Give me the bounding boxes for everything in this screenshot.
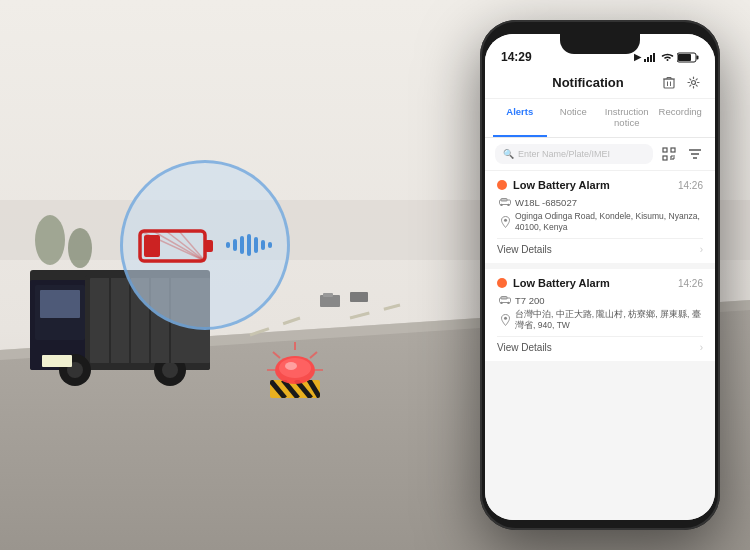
svg-line-52 bbox=[310, 352, 317, 358]
delete-icon[interactable] bbox=[661, 74, 677, 90]
view-details-link[interactable]: View Details bbox=[497, 244, 552, 255]
vehicle-id: T7 200 bbox=[515, 295, 545, 306]
alert-time: 14:26 bbox=[678, 180, 703, 191]
alert-title-row: Low Battery Alarm bbox=[497, 277, 610, 289]
phone-screen: 14:29 ▶ bbox=[485, 34, 715, 520]
notification-header: Notification bbox=[485, 70, 715, 99]
settings-icon[interactable] bbox=[685, 74, 701, 90]
alert-item-header: Low Battery Alarm 14:26 bbox=[497, 277, 703, 289]
search-input-area[interactable]: 🔍 Enter Name/Plate/IMEI bbox=[495, 144, 653, 164]
svg-rect-58 bbox=[650, 55, 652, 62]
svg-line-53 bbox=[273, 352, 280, 358]
alert-item: Low Battery Alarm 14:26 T7 200 bbox=[485, 269, 715, 361]
status-time: 14:29 bbox=[501, 50, 532, 64]
signal-icon bbox=[644, 52, 658, 62]
svg-point-18 bbox=[162, 362, 178, 378]
location-row: 台灣中泊, 中正大路, 隴山村, 枋寮鄉, 屏東縣, 臺灣省, 940, TW bbox=[497, 309, 703, 331]
svg-rect-9 bbox=[350, 292, 368, 302]
battery-status-icon bbox=[677, 52, 699, 63]
filter-icon[interactable] bbox=[685, 144, 705, 164]
sound-waves bbox=[226, 234, 272, 256]
svg-line-38 bbox=[153, 231, 205, 261]
svg-point-90 bbox=[504, 317, 507, 320]
svg-rect-57 bbox=[647, 57, 649, 62]
vehicle-icon bbox=[499, 294, 511, 306]
alert-title: Low Battery Alarm bbox=[513, 179, 610, 191]
alert-footer: View Details › bbox=[497, 238, 703, 255]
svg-point-50 bbox=[285, 362, 297, 370]
tab-bar: Alerts Notice Instruction notice Recordi… bbox=[485, 99, 715, 138]
vehicle-row: W18L -685027 bbox=[497, 196, 703, 208]
battery-alarm-visual bbox=[138, 223, 272, 268]
emergency-light bbox=[255, 340, 335, 404]
chevron-right-icon: › bbox=[700, 342, 703, 353]
svg-rect-8 bbox=[323, 293, 333, 297]
svg-point-33 bbox=[68, 228, 92, 268]
tab-alerts[interactable]: Alerts bbox=[493, 99, 547, 137]
tab-recording[interactable]: Recording bbox=[654, 99, 708, 137]
alert-footer: View Details › bbox=[497, 336, 703, 353]
wifi-icon bbox=[661, 52, 674, 62]
phone-notch bbox=[560, 34, 640, 54]
vehicle-icon bbox=[499, 196, 511, 208]
svg-rect-35 bbox=[205, 240, 213, 252]
alert-item: Low Battery Alarm 14:26 W18L -685027 bbox=[485, 171, 715, 263]
svg-rect-73 bbox=[663, 156, 667, 160]
location-text: Oginga Odinga Road, Kondele, Kisumu, Nya… bbox=[515, 211, 703, 233]
phone-frame: 14:29 ▶ bbox=[480, 20, 720, 530]
alerts-list: Low Battery Alarm 14:26 W18L -685027 bbox=[485, 171, 715, 520]
svg-point-85 bbox=[504, 219, 507, 222]
search-icon: 🔍 bbox=[503, 149, 514, 159]
alert-circle bbox=[120, 160, 290, 330]
scan-icon[interactable] bbox=[659, 144, 679, 164]
svg-line-40 bbox=[179, 231, 205, 261]
chevron-right-icon: › bbox=[700, 244, 703, 255]
location-text: 台灣中泊, 中正大路, 隴山村, 枋寮鄉, 屏東縣, 臺灣省, 940, TW bbox=[515, 309, 703, 331]
svg-rect-24 bbox=[42, 355, 72, 367]
alert-dot bbox=[497, 278, 507, 288]
svg-rect-72 bbox=[671, 148, 675, 152]
alert-item-header: Low Battery Alarm 14:26 bbox=[497, 179, 703, 191]
alert-title: Low Battery Alarm bbox=[513, 277, 610, 289]
alert-time: 14:26 bbox=[678, 278, 703, 289]
location-icon bbox=[499, 314, 511, 326]
alert-dot bbox=[497, 180, 507, 190]
svg-point-70 bbox=[691, 80, 695, 84]
search-placeholder: Enter Name/Plate/IMEI bbox=[518, 149, 610, 159]
battery-icon bbox=[138, 223, 218, 268]
status-icons: ▶ bbox=[634, 52, 699, 63]
svg-rect-62 bbox=[678, 54, 691, 61]
notification-title: Notification bbox=[515, 75, 661, 90]
tab-notice[interactable]: Notice bbox=[547, 99, 601, 137]
svg-rect-59 bbox=[653, 53, 655, 62]
view-details-link[interactable]: View Details bbox=[497, 342, 552, 353]
svg-rect-14 bbox=[40, 290, 80, 318]
svg-rect-63 bbox=[664, 79, 674, 88]
location-icon bbox=[499, 216, 511, 228]
vehicle-id: W18L -685027 bbox=[515, 197, 577, 208]
placeholder-left bbox=[499, 74, 515, 90]
location-row: Oginga Odinga Road, Kondele, Kisumu, Nya… bbox=[497, 211, 703, 233]
vehicle-row: T7 200 bbox=[497, 294, 703, 306]
svg-rect-56 bbox=[644, 59, 646, 62]
svg-rect-61 bbox=[697, 55, 699, 59]
header-action-icons bbox=[661, 74, 701, 90]
location-icon: ▶ bbox=[634, 52, 641, 62]
alert-title-row: Low Battery Alarm bbox=[497, 179, 610, 191]
search-bar: 🔍 Enter Name/Plate/IMEI bbox=[485, 138, 715, 171]
tab-instruction-notice[interactable]: Instruction notice bbox=[600, 99, 654, 137]
svg-rect-71 bbox=[663, 148, 667, 152]
svg-point-32 bbox=[35, 215, 65, 265]
